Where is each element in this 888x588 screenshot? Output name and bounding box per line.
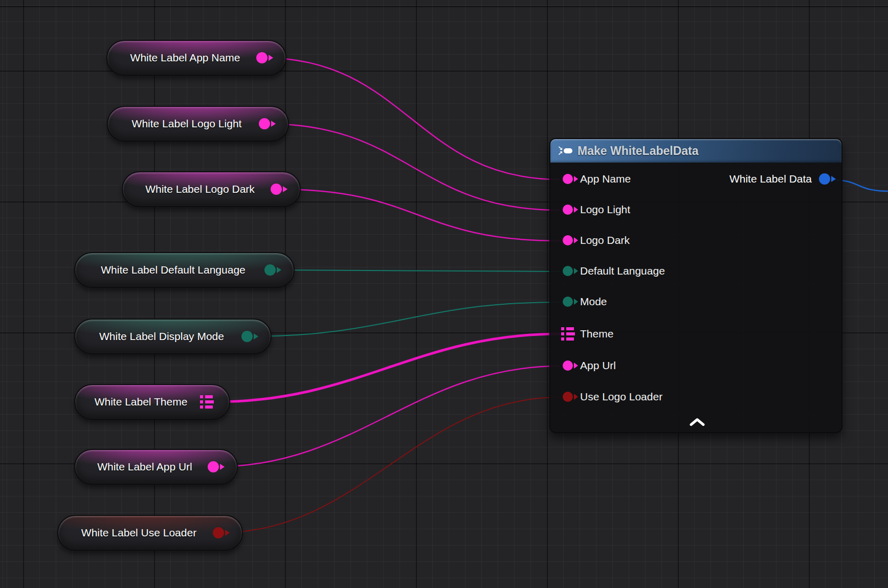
input-pin-label: Theme (580, 328, 613, 340)
output-pin[interactable] (208, 461, 219, 472)
variable-node-label: White Label Logo Dark (145, 183, 255, 195)
input-pin-label: App Name (580, 173, 631, 185)
wire-white-label-default-language[interactable] (271, 270, 560, 272)
variable-node-white-label-app-url[interactable]: White Label App Url (74, 449, 238, 485)
input-pin-use-logo-loader[interactable] (563, 392, 573, 402)
input-pin-logo-dark[interactable] (563, 235, 573, 245)
blueprint-graph-canvas[interactable]: White Label App NameWhite Label Logo Lig… (0, 0, 888, 588)
input-pin-logo-light[interactable] (563, 205, 573, 215)
output-pin-white-label-data[interactable] (819, 173, 830, 185)
input-row-logo-dark: Logo Dark (563, 234, 630, 246)
struct-pin-icon[interactable] (561, 327, 575, 341)
input-pin-default-language[interactable] (563, 266, 573, 276)
input-row-default-language: Default Language (563, 265, 665, 277)
input-pin-mode[interactable] (563, 297, 573, 307)
make-struct-icon: ↘↗ (558, 146, 572, 156)
wire-white-label-display-mode[interactable] (248, 302, 560, 336)
output-pin[interactable] (264, 264, 276, 276)
output-pin[interactable] (213, 527, 224, 538)
wire-white-label-app-url[interactable] (214, 366, 560, 467)
variable-node-label: White Label App Url (97, 461, 192, 473)
input-pin-label: Mode (580, 296, 607, 308)
input-pin-app-name[interactable] (563, 174, 573, 184)
collapse-node-button[interactable] (684, 416, 710, 430)
input-pin-label: Logo Light (580, 203, 630, 216)
variable-node-label: White Label Display Mode (99, 330, 224, 343)
input-pin-label: Logo Dark (580, 234, 630, 246)
input-row-mode: Mode (563, 296, 607, 308)
input-row-app-url: App Url (563, 359, 616, 372)
wire-white-label-use-loader[interactable] (219, 397, 560, 533)
node-make-whitelabeldata[interactable]: ↘↗ Make WhiteLabelData App NameLogo Ligh… (549, 138, 842, 433)
output-row: White Label Data (729, 173, 830, 185)
variable-node-label: White Label Default Language (101, 264, 246, 276)
variable-node-white-label-theme[interactable]: White Label Theme (74, 384, 230, 420)
input-pin-label: Default Language (580, 265, 665, 277)
variable-node-label: White Label Theme (95, 396, 188, 408)
output-pin[interactable] (259, 118, 270, 129)
input-row-theme: Theme (563, 327, 613, 341)
node-title: Make WhiteLabelData (578, 144, 698, 158)
variable-node-white-label-app-name[interactable]: White Label App Name (106, 40, 286, 76)
variable-node-white-label-logo-dark[interactable]: White Label Logo Dark (122, 171, 301, 207)
variable-node-label: White Label App Name (130, 52, 240, 64)
input-row-logo-light: Logo Light (563, 203, 630, 216)
struct-pin-icon[interactable] (200, 395, 214, 409)
variable-node-label: White Label Use Loader (81, 527, 196, 539)
chevron-up-icon (690, 418, 705, 426)
output-pin-label: White Label Data (729, 173, 812, 185)
input-row-app-name: App Name (563, 173, 631, 185)
wire-white-label-logo-dark[interactable] (277, 189, 560, 241)
variable-node-white-label-logo-light[interactable]: White Label Logo Light (107, 106, 289, 142)
output-pin[interactable] (241, 331, 253, 342)
variable-node-white-label-use-loader[interactable]: White Label Use Loader (57, 515, 243, 551)
variable-node-label: White Label Logo Light (132, 118, 242, 130)
output-pin[interactable] (271, 184, 282, 195)
node-header[interactable]: ↘↗ Make WhiteLabelData (550, 139, 841, 163)
input-row-use-logo-loader: Use Logo Loader (563, 391, 662, 403)
wire-white-label-app-name[interactable] (263, 58, 560, 179)
variable-node-white-label-default-language[interactable]: White Label Default Language (74, 252, 295, 288)
output-pin[interactable] (256, 52, 268, 63)
input-pin-app-url[interactable] (563, 360, 573, 371)
input-pin-label: Use Logo Loader (580, 391, 662, 403)
wire-white-label-logo-light[interactable] (265, 124, 560, 210)
input-pin-label: App Url (580, 359, 616, 372)
variable-node-white-label-display-mode[interactable]: White Label Display Mode (74, 319, 272, 354)
